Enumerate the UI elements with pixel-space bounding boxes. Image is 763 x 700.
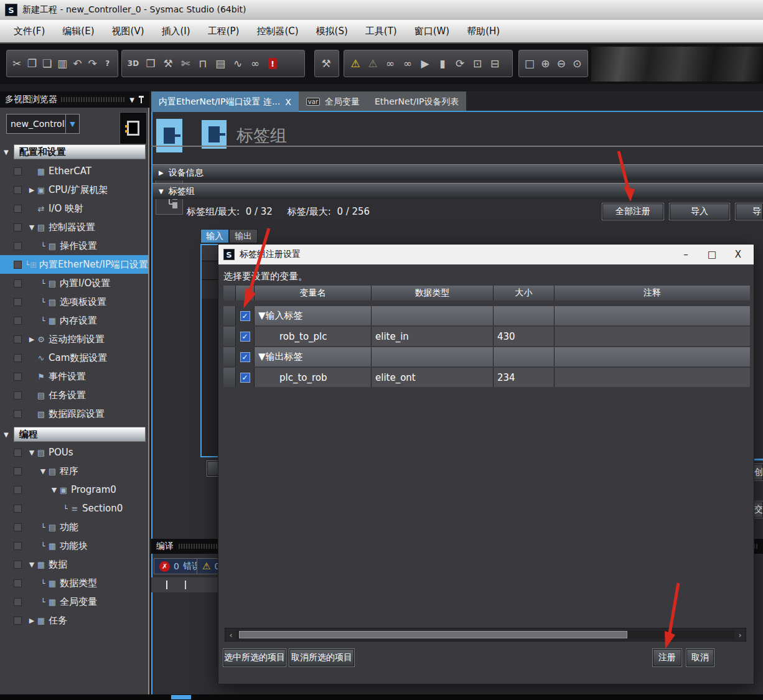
- sidebar-item-task-settings[interactable]: ▤任务设置: [0, 386, 148, 404]
- tab-builtin-ethernet-ip[interactable]: 内置EtherNet/IP端口设置 连... X: [151, 91, 299, 112]
- sidebar-item-builtin-ethernet-ip[interactable]: └⊞内置EtherNet/IP端口设置: [0, 255, 148, 274]
- sidebar-item-global-vars[interactable]: └▦全局变量: [0, 592, 148, 611]
- menu-file[interactable]: 文件(F): [6, 23, 52, 40]
- alert-icon[interactable]: !: [264, 53, 281, 74]
- menu-window[interactable]: 窗口(W): [407, 23, 457, 40]
- horizontal-scrollbar-thumb[interactable]: [171, 695, 191, 699]
- tab-global-variables[interactable]: var 全局变量: [299, 91, 367, 112]
- close-icon[interactable]: X: [285, 97, 291, 107]
- config-section-header[interactable]: ▼ 配置和设置: [4, 144, 146, 159]
- sidebar-item-io-map[interactable]: ⇄I/O 映射: [0, 199, 148, 218]
- sidebar-item-functions[interactable]: └▤功能: [0, 518, 148, 536]
- menu-insert[interactable]: 插入(I): [154, 23, 198, 40]
- zoom-out-icon[interactable]: ⊖: [554, 53, 569, 74]
- zoom-in-icon[interactable]: ⊕: [538, 53, 553, 74]
- 3d-view-icon[interactable]: 3D: [125, 53, 141, 74]
- sidebar-item-builtin-io[interactable]: └▤内置I/O设置: [0, 274, 148, 292]
- table-row-output-tags[interactable]: ✓ ▼输出标签: [223, 347, 750, 366]
- checkbox-checked-icon[interactable]: ✓: [240, 373, 250, 383]
- edge-partial-button-2[interactable]: 交: [754, 502, 763, 518]
- warning-off-icon[interactable]: ⚠: [365, 53, 381, 74]
- undo-icon[interactable]: ↶: [70, 53, 84, 74]
- register-button[interactable]: 注册: [653, 649, 681, 666]
- sidebar-item-operation-settings[interactable]: └▤操作设置: [0, 236, 148, 255]
- clamp-icon[interactable]: ⊓: [195, 53, 211, 74]
- dialog-title-bar[interactable]: S 标签组注册设置 – □ X: [218, 245, 754, 264]
- sidebar-item-event-settings[interactable]: ⚑事件设置: [0, 367, 148, 386]
- sidebar-item-memory-settings[interactable]: └▦内存设置: [0, 311, 148, 330]
- tag-group-view-button[interactable]: [156, 118, 183, 153]
- programming-section-header[interactable]: ▼ 编程: [4, 427, 146, 442]
- rebuild-icon[interactable]: ⚒: [318, 53, 334, 74]
- scroll-left-icon[interactable]: ‹: [225, 630, 236, 640]
- chevron-down-icon[interactable]: ▼: [65, 114, 79, 133]
- sidebar-item-ethercat[interactable]: ▦EtherCAT: [0, 162, 148, 180]
- redo-icon[interactable]: ↷: [85, 53, 99, 74]
- minimize-button[interactable]: –: [675, 249, 696, 260]
- help-icon[interactable]: ?: [101, 53, 115, 74]
- maximize-button[interactable]: □: [701, 249, 723, 260]
- watch-off-icon[interactable]: ∞: [400, 53, 416, 74]
- zoom-fit-icon[interactable]: □: [522, 53, 537, 74]
- sidebar-item-section0[interactable]: └≡Section0: [0, 499, 148, 518]
- window-layout-icon[interactable]: ❒: [143, 53, 159, 74]
- menu-edit[interactable]: 编辑(E): [55, 23, 101, 40]
- cancel-button[interactable]: 取消: [686, 649, 714, 666]
- table-row-rob-to-plc[interactable]: ✓ rob_to_plc elite_in 430: [223, 327, 750, 346]
- delete-icon[interactable]: ▥: [55, 53, 69, 74]
- sidebar-item-data[interactable]: ▼▦数据: [0, 555, 148, 574]
- sidebar-item-cpu-rack[interactable]: ▶▣CPU/扩展机架: [0, 180, 148, 199]
- deselect-items-button[interactable]: 取消所选的项目: [289, 649, 354, 666]
- sync-icon[interactable]: ⟳: [452, 53, 468, 74]
- menu-controller[interactable]: 控制器(C): [249, 23, 306, 40]
- sidebar-item-cam-data[interactable]: ∿Cam数据设置: [0, 348, 148, 367]
- checkbox-checked-icon[interactable]: ✓: [240, 352, 250, 362]
- checkbox-checked-icon[interactable]: ✓: [240, 332, 250, 342]
- cut-icon[interactable]: ✂: [10, 53, 24, 74]
- table-row-plc-to-rob[interactable]: ✓ plc_to_rob elite_ont 234: [223, 368, 750, 387]
- device-info-section[interactable]: ▶ 设备信息: [152, 164, 763, 180]
- edge-partial-button-1[interactable]: 创: [754, 464, 763, 480]
- select-items-button[interactable]: 选中所选的项目: [223, 649, 286, 666]
- zoom-100-icon[interactable]: ⊙: [570, 53, 585, 74]
- sidebar-item-programs[interactable]: ▼▤程序: [0, 462, 148, 480]
- pin-icon[interactable]: [138, 96, 144, 103]
- scrollbar-thumb[interactable]: [239, 631, 627, 638]
- tag-group-section[interactable]: ▼ 标签组: [152, 183, 763, 199]
- binoculars-icon[interactable]: ∞: [247, 53, 263, 74]
- scissors-icon[interactable]: ✄: [177, 53, 194, 74]
- sidebar-item-data-trace[interactable]: ▧数据跟踪设置: [0, 404, 148, 423]
- sidebar-item-controller-setup[interactable]: ▼▤控制器设置: [0, 218, 148, 236]
- run-icon[interactable]: ▶: [417, 53, 433, 74]
- warning-on-icon[interactable]: ⚠: [347, 53, 363, 74]
- tab-input[interactable]: 输入: [200, 229, 229, 243]
- sidebar-item-tasks[interactable]: ▶▦任务: [0, 611, 148, 630]
- sidebar-item-pous[interactable]: ▼▤POUs: [0, 443, 148, 462]
- monitor-upload-icon[interactable]: ⊟: [487, 53, 503, 74]
- paste-icon[interactable]: ❏: [40, 53, 54, 74]
- sidebar-item-function-blocks[interactable]: └▦功能块: [0, 536, 148, 555]
- table-icon[interactable]: ▤: [212, 53, 228, 74]
- import-button[interactable]: 导入: [670, 203, 729, 220]
- menu-view[interactable]: 视图(V): [105, 23, 152, 40]
- waveform-icon[interactable]: ∿: [230, 53, 246, 74]
- menu-help[interactable]: 帮助(H): [459, 23, 507, 40]
- monitor-download-icon[interactable]: ⊡: [469, 53, 485, 74]
- wrench-icon[interactable]: ⚒: [160, 53, 176, 74]
- menu-tools[interactable]: 工具(T): [358, 23, 405, 40]
- sidebar-item-option-board[interactable]: └▤选项板设置: [0, 292, 148, 311]
- copy-icon[interactable]: ❐: [25, 53, 39, 74]
- tab-ethernet-ip-device-list[interactable]: EtherNet/IP设备列表: [367, 91, 466, 112]
- scroll-right-icon[interactable]: ›: [734, 630, 746, 640]
- watch-icon[interactable]: ∞: [382, 53, 398, 74]
- close-button[interactable]: X: [728, 249, 749, 260]
- sidebar-item-program0[interactable]: ▼▣Program0: [0, 480, 148, 499]
- sidebar-item-data-types[interactable]: └▦数据类型: [0, 574, 148, 592]
- controller-selector[interactable]: new_Controller_0 ▼: [6, 114, 80, 134]
- table-row-input-tags[interactable]: ✓ ▼输入标签: [223, 306, 750, 325]
- menu-project[interactable]: 工程(P): [200, 23, 247, 40]
- export-button-partial[interactable]: 导: [736, 203, 763, 220]
- pause-icon[interactable]: ▮: [434, 53, 451, 74]
- sidebar-item-motion-control[interactable]: ▶⚙运动控制设置: [0, 330, 148, 348]
- register-all-button[interactable]: 全部注册: [602, 203, 663, 220]
